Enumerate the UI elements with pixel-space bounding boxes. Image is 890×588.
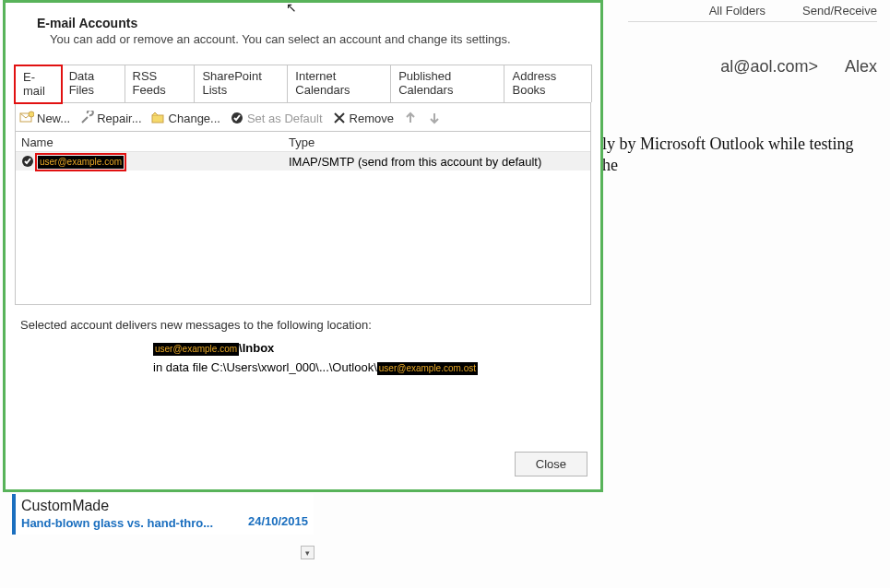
dialog-subtitle: You can add or remove an account. You ca… [15, 32, 591, 65]
tab-datafiles[interactable]: Data Files [61, 65, 125, 102]
arrow-up-icon [403, 111, 418, 125]
account-type: IMAP/SMTP (send from this account by def… [289, 155, 541, 169]
deliver-folder: \Inbox [239, 341, 274, 355]
folder-change-icon [151, 111, 166, 125]
set-default-button: Set as Default [230, 111, 323, 125]
tab-rss[interactable]: RSS Feeds [125, 65, 196, 102]
bg-allfolders-button[interactable]: All Folders [709, 4, 765, 18]
col-type: Type [289, 135, 314, 149]
x-icon [332, 111, 347, 125]
envelope-new-icon [19, 111, 34, 125]
svg-point-1 [29, 112, 34, 117]
remove-button[interactable]: Remove [332, 111, 394, 125]
account-row[interactable]: user@example.com IMAP/SMTP (send from th… [16, 152, 590, 171]
bg-message-body: lly by Microsoft Outlook while testing t… [598, 134, 872, 177]
close-button[interactable]: Close [515, 452, 587, 476]
move-up-button [403, 111, 418, 125]
deliver-datafile-prefix: in data file C:\Users\xworl_000\...\Outl… [153, 360, 377, 374]
repair-button[interactable]: Repair... [79, 111, 141, 125]
remove-label: Remove [350, 112, 394, 125]
col-name: Name [21, 135, 289, 149]
dialog-title: E-mail Accounts [15, 8, 591, 32]
tab-bar: E-mail Data Files RSS Feeds SharePoint L… [15, 65, 591, 103]
move-down-button [427, 111, 442, 125]
svg-rect-2 [152, 115, 163, 123]
wrench-icon [79, 111, 94, 125]
tab-sharepoint[interactable]: SharePoint Lists [194, 65, 288, 102]
bg-mail-list-item[interactable]: CustomMade Hand-blown glass vs. hand-thr… [12, 494, 314, 535]
dropdown-arrow-icon[interactable]: ▾ [301, 546, 314, 559]
check-circle-icon [230, 111, 244, 125]
tab-address-books[interactable]: Address Books [504, 65, 592, 102]
bg-list-sender: CustomMade [21, 498, 308, 514]
change-button[interactable]: Change... [151, 111, 220, 125]
new-button[interactable]: New... [19, 111, 70, 125]
deliver-label: Selected account delivers new messages t… [15, 305, 591, 339]
deliver-datafile-redacted: user@example.com.ost [377, 362, 478, 375]
arrow-down-icon [427, 111, 442, 125]
default-check-icon [21, 155, 34, 168]
tab-internet-calendars[interactable]: Internet Calendars [287, 65, 391, 102]
tab-email[interactable]: E-mail [15, 65, 62, 103]
bg-list-subject: Hand-blown glass vs. hand-thro... [21, 516, 213, 530]
set-default-label: Set as Default [247, 112, 323, 125]
bg-list-date: 24/10/2015 [248, 514, 308, 528]
bg-sendreceive-button[interactable]: Send/Receive [802, 4, 877, 18]
change-label: Change... [169, 112, 220, 125]
repair-label: Repair... [97, 112, 141, 125]
tab-published-calendars[interactable]: Published Calendars [390, 65, 504, 102]
accounts-listbox[interactable]: Name Type user@example.com IMAP/SMTP (se… [15, 132, 591, 305]
account-name-redacted: user@example.com [38, 156, 124, 169]
toolbar: New... Repair... Change... Set as Defaul… [15, 103, 591, 132]
new-label: New... [37, 112, 70, 125]
cursor-icon: ↖ [286, 0, 297, 15]
deliver-account-redacted: user@example.com [153, 343, 239, 356]
email-accounts-dialog: ↖ E-mail Accounts You can add or remove … [3, 0, 603, 492]
bg-from-email: al@aol.com> [720, 57, 818, 76]
bg-from-name: Alex [845, 57, 877, 76]
